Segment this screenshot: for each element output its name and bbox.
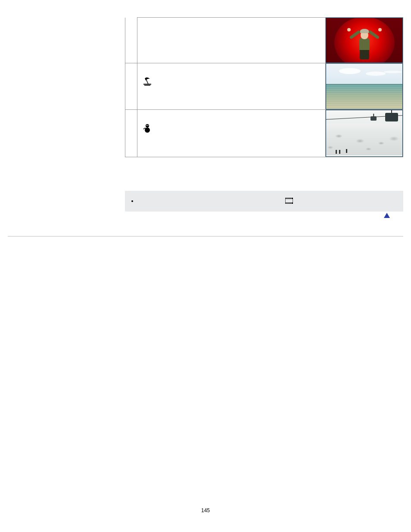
back-to-top-link[interactable] xyxy=(383,212,391,218)
svg-rect-12 xyxy=(290,198,291,199)
triangle-up-icon xyxy=(384,213,390,218)
svg-rect-9 xyxy=(286,198,287,199)
svg-point-5 xyxy=(147,125,148,126)
note-bullet xyxy=(138,197,395,205)
svg-point-2 xyxy=(146,124,149,128)
svg-rect-16 xyxy=(289,203,290,204)
snow-scene-icon xyxy=(142,123,153,134)
content-column xyxy=(125,17,403,212)
row-description-cell xyxy=(137,18,325,63)
table-row xyxy=(125,110,403,157)
row-image-cell xyxy=(326,63,403,110)
row-description-cell xyxy=(137,110,325,157)
svg-point-4 xyxy=(146,125,147,126)
svg-rect-1 xyxy=(144,85,150,86)
svg-rect-0 xyxy=(143,84,151,85)
svg-rect-13 xyxy=(291,198,292,199)
row-index-cell xyxy=(125,18,137,63)
table-row xyxy=(125,63,403,110)
row-description-cell xyxy=(137,63,325,110)
example-image-snow xyxy=(326,110,403,157)
beach-scene-icon xyxy=(142,76,153,87)
example-image-spotlight-child xyxy=(326,18,403,63)
scene-selection-table xyxy=(125,17,403,157)
svg-rect-11 xyxy=(289,198,290,199)
note-box xyxy=(125,191,403,212)
svg-rect-10 xyxy=(287,198,288,199)
row-index-cell xyxy=(125,110,137,157)
svg-rect-14 xyxy=(286,203,287,204)
row-image-cell xyxy=(326,110,403,157)
example-image-beach xyxy=(326,63,403,109)
row-image-cell xyxy=(326,18,403,63)
svg-rect-15 xyxy=(287,203,288,204)
document-page: 145 xyxy=(0,0,411,532)
page-number: 145 xyxy=(0,507,411,513)
svg-marker-19 xyxy=(384,213,390,218)
row-index-cell xyxy=(125,63,137,110)
svg-rect-17 xyxy=(290,203,291,204)
film-strip-icon xyxy=(285,198,293,206)
section-divider xyxy=(8,236,403,236)
svg-rect-18 xyxy=(291,203,292,204)
table-row xyxy=(125,18,403,63)
